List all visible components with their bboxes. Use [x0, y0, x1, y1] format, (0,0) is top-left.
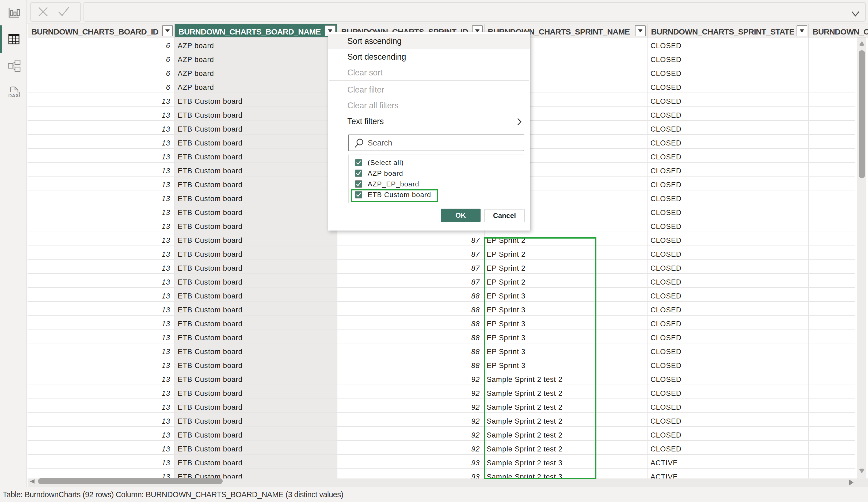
svg-text:DAX: DAX [8, 93, 19, 98]
